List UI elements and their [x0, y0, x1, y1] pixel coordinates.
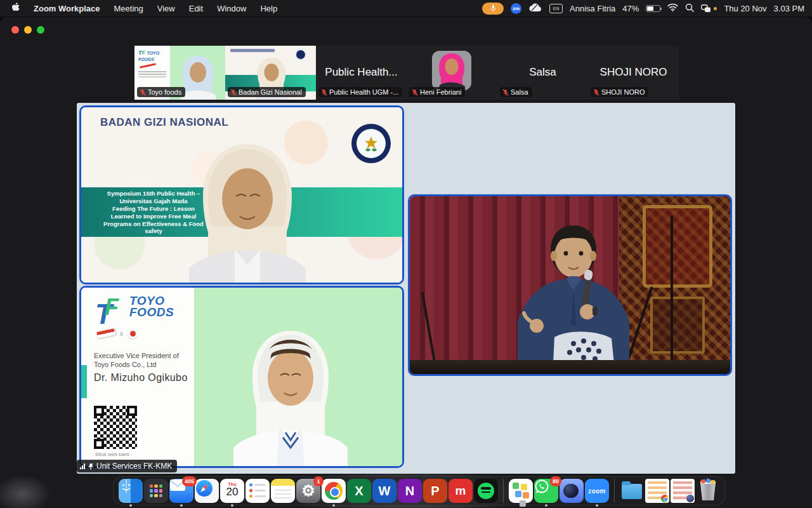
slide-title: BADAN GIZI NASIONAL [100, 116, 228, 129]
window-controls [11, 26, 44, 34]
participant-display-name: Public Health... [316, 66, 407, 79]
menu-edit[interactable]: Edit [189, 4, 203, 13]
dock-powerpoint-icon[interactable]: P [423, 479, 447, 503]
participant-name-label: Heni Febriani [409, 87, 465, 97]
close-window-button[interactable] [11, 26, 19, 34]
spotlight-search-icon[interactable] [685, 3, 694, 14]
qr-code [94, 406, 137, 449]
minimize-window-button[interactable] [24, 26, 32, 34]
muted-mic-icon [321, 89, 327, 96]
dock-zoom-icon[interactable]: zoom [585, 479, 609, 503]
participant-display-name: SHOJI NORO [588, 66, 679, 79]
dock-notes-icon[interactable] [271, 479, 295, 503]
dock-minimized-window-document[interactable] [671, 479, 695, 503]
participant-tile-public-health-ugm[interactable]: Public Health... Public Health UGM -... [316, 46, 407, 100]
dock-launchpad-icon[interactable] [144, 479, 168, 503]
input-source-icon[interactable]: EN [549, 4, 563, 13]
apple-menu-icon[interactable] [11, 3, 20, 14]
dock-downloads-folder-icon[interactable] [620, 479, 644, 503]
pin-icon [88, 463, 94, 470]
participant-avatar [432, 51, 471, 90]
participant-tile-heni-febriani[interactable]: Heni Febriani [407, 46, 497, 100]
recording-dot [714, 7, 717, 10]
wallpaper-corner-glow [0, 475, 51, 508]
participant-name-label: Badan Gizi Nasional [228, 87, 306, 97]
dock-calendar-icon[interactable]: Thu 20 [220, 479, 244, 503]
dock-minimized-window-chrome[interactable] [645, 479, 669, 503]
muted-mic-icon [502, 89, 509, 96]
mic-stand [671, 215, 673, 361]
speaker-figure-badan-gizi [171, 138, 324, 284]
dock-finder-icon[interactable] [119, 479, 143, 503]
participant-filmstrip: TF TOYOFOODS Toyo foods [134, 46, 679, 100]
muted-mic-icon [140, 89, 146, 96]
dock-onenote-icon[interactable]: N [398, 479, 422, 503]
toyo-foods-wordmark: TOYO FOODS [129, 295, 174, 318]
zoom-window-button[interactable] [37, 26, 44, 34]
speaker-role: Executive Vice President of Toyo Foods C… [94, 351, 179, 370]
participant-name-label: SHOJI NORO [591, 87, 648, 97]
settings-badge: 1 [313, 476, 324, 486]
dock-trash-icon[interactable] [696, 479, 720, 503]
badan-gizi-logo [351, 124, 391, 163]
participant-name-label: Salsa [500, 87, 532, 97]
battery-percent: 47% [622, 4, 639, 13]
menubar-user-name[interactable]: Annisa Fitria [570, 4, 615, 13]
shared-screen-area: BADAN GIZI NASIONAL Symposium 15th Publi… [77, 103, 735, 474]
dock-word-icon[interactable]: W [372, 479, 396, 503]
qr-caption: Situs web kami [95, 451, 129, 457]
menu-window[interactable]: Window [217, 4, 246, 13]
cloud-sync-icon[interactable] [528, 3, 542, 14]
participant-tile-toyo-foods[interactable]: TF TOYOFOODS Toyo foods [134, 46, 225, 100]
mic-in-use-indicator[interactable] [482, 3, 504, 15]
participant-name-label: Toyo foods [137, 87, 185, 97]
menu-help[interactable]: Help [260, 4, 277, 13]
dock-mendeley-icon[interactable]: m [449, 479, 473, 503]
menubar-time[interactable]: 3.03 PM [774, 4, 804, 13]
menu-view[interactable]: View [157, 4, 175, 13]
main-video-badan-gizi[interactable]: BADAN GIZI NASIONAL Symposium 15th Publi… [79, 105, 404, 284]
participant-display-name: Salsa [497, 66, 588, 79]
dock-settings-icon[interactable]: 1 ⚙ [296, 479, 320, 503]
muted-mic-icon [230, 89, 237, 96]
menu-bar: Zoom Workplace Meeting View Edit Window … [0, 0, 812, 17]
dock-camera-device-app-icon[interactable] [560, 479, 584, 503]
dock-spotify-icon[interactable] [474, 479, 498, 503]
indonesia-flag-icon [96, 328, 116, 339]
speaker-figure-man [478, 219, 669, 364]
zoom-meeting-window: TF TOYOFOODS Toyo foods [0, 17, 812, 508]
dock-separator [614, 479, 615, 503]
dock-reminders-icon[interactable] [246, 479, 270, 503]
minimized-window-badge [686, 495, 694, 502]
teal-accent [81, 365, 87, 398]
speaker-figure-ogikubo [208, 326, 373, 468]
app-name[interactable]: Zoom Workplace [34, 4, 100, 13]
pinned-participant-label: Unit Services FK-KMK [77, 460, 177, 472]
japan-flag-icon [128, 328, 138, 338]
participant-tile-salsa[interactable]: Salsa Salsa [497, 46, 588, 100]
main-video-toyo-foods[interactable]: TF TOYO FOODS x Executive Vice President… [79, 286, 404, 468]
dock-freeform-icon[interactable] [509, 479, 533, 503]
connection-signal-icon [80, 464, 85, 469]
dock-excel-icon[interactable]: X [347, 479, 371, 503]
battery-icon[interactable] [646, 5, 660, 12]
dock-safari-icon[interactable] [195, 479, 219, 503]
zoom-menubar-icon[interactable]: zm [511, 3, 521, 14]
participant-tile-shoji-noro[interactable]: SHOJI NORO SHOJI NORO [588, 46, 679, 100]
dock-chrome-icon[interactable] [322, 479, 346, 503]
main-video-speaker[interactable] [408, 194, 732, 376]
dock-mail-icon[interactable]: 405 [169, 479, 193, 503]
chrome-minimized-badge [661, 495, 669, 502]
menubar-date[interactable]: Thu 20 Nov [724, 4, 766, 13]
toyo-foods-logo: TF [95, 294, 119, 330]
whatsapp-badge: 80 [550, 476, 561, 486]
menu-meeting[interactable]: Meeting [114, 4, 143, 13]
wifi-icon[interactable] [667, 3, 678, 13]
participant-tile-badan-gizi[interactable]: Badan Gizi Nasional [225, 46, 316, 100]
dock-whatsapp-icon[interactable]: 80 [534, 479, 558, 503]
dock: 405 Thu 20 1 ⚙ X W N P m 80 [113, 476, 726, 505]
muted-mic-icon [412, 89, 418, 96]
speaker-name: Dr. Mizuho Ogikubo [94, 372, 188, 384]
fast-user-switch-icon[interactable] [701, 4, 717, 13]
flags-indonesia-japan: x [96, 328, 138, 338]
